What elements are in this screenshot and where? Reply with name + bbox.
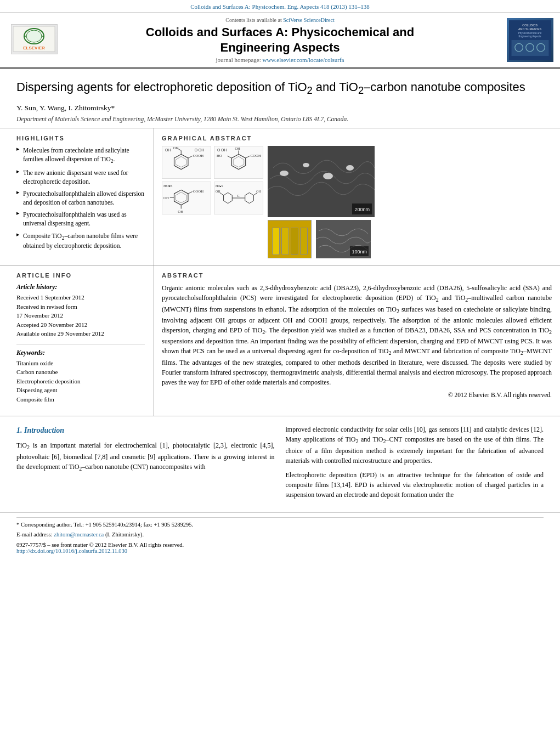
journal-center: Contents lists available at SciVerse Sci…: [61, 17, 499, 63]
footer-bottom: 0927-7757/$ – see front matter © 2012 El…: [16, 542, 544, 554]
svg-line-27: [227, 156, 231, 158]
copyright: © 2012 Elsevier B.V. All rights reserved…: [162, 392, 552, 398]
svg-line-45: [220, 193, 224, 195]
svg-point-53: [346, 165, 354, 171]
vials-photo: [268, 220, 312, 258]
microscopy-image-1: 200nm: [268, 146, 375, 217]
sciverse-text: Contents lists available at SciVerse Sci…: [67, 17, 493, 23]
keyword-5: Composite film: [16, 395, 145, 404]
microscopy-image-2: 100nm: [316, 220, 371, 258]
chem-structure-dba23: OH O OH OH COOH: [162, 146, 211, 179]
elsevier-logo-box: ELSEVIER: [11, 24, 58, 54]
available-online: Available online 29 November 2012: [16, 329, 145, 338]
svg-text:OH: OH: [235, 146, 240, 150]
email-link[interactable]: zhitom@mcmaster.ca: [54, 531, 104, 538]
graphical-images: OH O OH OH COOH: [162, 146, 552, 258]
svg-text:OH: OH: [178, 210, 183, 214]
keywords-label: Keywords:: [16, 349, 145, 357]
journal-homepage: journal homepage: www.elsevier.com/locat…: [67, 56, 493, 63]
keyword-4: Dispersing agent: [16, 386, 145, 395]
footer-section: * Corresponding author. Tel.: +1 905 525…: [0, 512, 560, 559]
highlights-column: HIGHLIGHTS Molecules from catecholate an…: [0, 128, 154, 265]
highlight-item-2: The new anionic dispersant were used for…: [16, 168, 145, 186]
issn-line: 0927-7757/$ – see front matter © 2012 El…: [16, 542, 544, 548]
svg-text:O OH: O OH: [217, 149, 227, 152]
highlight-item-1: Molecules from catecholate and salicylat…: [16, 146, 145, 165]
graphical-right: 200nm: [268, 146, 375, 258]
journal-citation: Colloids and Surfaces A: Physicochem. En…: [190, 3, 370, 10]
chem-row-2: HO₃S OH OH COOH HO₃S: [162, 182, 263, 214]
revised-label: Received in revised form: [16, 302, 145, 312]
chem-structure-ssa: HO₃S OH OH COOH: [162, 182, 211, 214]
svg-text:COLLOIDS: COLLOIDS: [522, 24, 538, 27]
svg-point-52: [323, 173, 333, 179]
svg-line-20: [188, 156, 193, 158]
svg-text:OH: OH: [256, 190, 261, 193]
journal-cover-image: COLLOIDS AND SURFACES Physicochemical an…: [507, 18, 553, 62]
intro-para-2: improved electronic conductivity for sol…: [286, 425, 544, 465]
svg-marker-16: [176, 156, 186, 167]
scale-bar-2: 100nm: [352, 249, 367, 254]
authors: Y. Sun, Y. Wang, I. Zhitomirsky*: [16, 104, 544, 112]
highlights-label: HIGHLIGHTS: [16, 135, 145, 142]
highlights-list: Molecules from catecholate and salicylat…: [16, 146, 145, 250]
body-column-left: 1. Introduction TiO2 is an important mat…: [16, 425, 275, 504]
sciverse-link[interactable]: SciVerse ScienceDirect: [283, 17, 335, 23]
revised-date: 17 November 2012: [16, 311, 145, 320]
journal-logo-right: COLLOIDS AND SURFACES Physicochemical an…: [499, 18, 553, 62]
svg-marker-24: [233, 156, 244, 167]
received-date: Received 1 September 2012: [16, 293, 145, 302]
intro-section-title: 1. Introduction: [16, 425, 275, 436]
svg-marker-41: [224, 193, 233, 203]
journal-header: ELSEVIER Contents lists available at Sci…: [0, 13, 560, 69]
svg-text:OH: OH: [165, 149, 171, 152]
body-column-right: improved electronic conductivity for sol…: [286, 425, 544, 504]
svg-text:COOH: COOH: [193, 154, 203, 157]
highlight-item-5: Composite TiO2–carbon nanotube films wer…: [16, 231, 145, 251]
footnote-email: E-mail address: zhitom@mcmaster.ca (I. Z…: [16, 530, 544, 539]
abstract-label: ABSTRACT: [162, 272, 552, 279]
svg-line-38: [188, 191, 193, 194]
svg-marker-33: [176, 192, 186, 203]
svg-text:ELSEVIER: ELSEVIER: [23, 46, 45, 50]
graphical-bottom-row: 100nm: [268, 220, 375, 258]
chemical-structures: OH O OH OH COOH: [162, 146, 263, 258]
affiliation: Department of Materials Science and Engi…: [16, 116, 544, 122]
article-title-section: Dispersing agents for electrophoretic de…: [0, 69, 560, 128]
svg-text:HO₃S: HO₃S: [163, 184, 173, 188]
chem-structure-dba26: O OH OH HO COOH: [214, 146, 263, 179]
main-content: 1. Introduction TiO2 is an important mat…: [0, 416, 560, 512]
article-info-abstract-section: ARTICLE INFO Article history: Received 1…: [0, 265, 560, 416]
svg-text:HO₃S: HO₃S: [216, 185, 223, 188]
homepage-link[interactable]: www.elsevier.com/locate/colsurfa: [262, 56, 344, 63]
svg-text:COOH: COOH: [251, 154, 261, 157]
article-info-column: ARTICLE INFO Article history: Received 1…: [0, 265, 154, 416]
history-label: Article history:: [16, 283, 145, 291]
svg-text:HO: HO: [217, 154, 222, 157]
svg-text:O OH: O OH: [195, 149, 205, 152]
journal-logo-left: ELSEVIER: [7, 24, 61, 56]
abstract-text: Organic anionic molecules such as 2,3-di…: [162, 283, 552, 387]
highlight-item-3: Pyrocatecholsulfonphthalein allowed disp…: [16, 189, 145, 207]
chem-row-1: OH O OH OH COOH: [162, 146, 263, 179]
svg-text:OH: OH: [163, 196, 169, 200]
svg-text:COOH: COOH: [193, 189, 203, 193]
article-history: Article history: Received 1 September 20…: [16, 283, 145, 338]
keyword-3: Electrophoretic deposition: [16, 377, 145, 386]
accepted-date: Accepted 20 November 2012: [16, 320, 145, 330]
svg-text:C: C: [237, 194, 240, 197]
article-info-label: ARTICLE INFO: [16, 272, 145, 279]
article-title: Dispersing agents for electrophoretic de…: [16, 80, 544, 97]
svg-point-50: [280, 171, 289, 176]
svg-rect-9: [512, 40, 549, 56]
svg-text:Engineering Aspects: Engineering Aspects: [518, 35, 541, 38]
doi-link[interactable]: http://dx.doi.org/10.1016/j.colsurfa.201…: [16, 548, 127, 554]
footnote-corresponding: * Corresponding author. Tel.: +1 905 525…: [16, 521, 544, 529]
highlight-item-4: Pyrocatecholsulfonphthalein was used as …: [16, 210, 145, 228]
keyword-1: Titanium oxide: [16, 359, 145, 368]
graphical-abstract-column: GRAPHICAL ABSTRACT OH O OH OH: [154, 128, 560, 265]
svg-text:Physicochemical and: Physicochemical and: [518, 32, 542, 35]
svg-text:OH: OH: [173, 146, 179, 150]
two-column-body: 1. Introduction TiO2 is an important mat…: [16, 425, 544, 504]
svg-point-51: [303, 163, 309, 167]
